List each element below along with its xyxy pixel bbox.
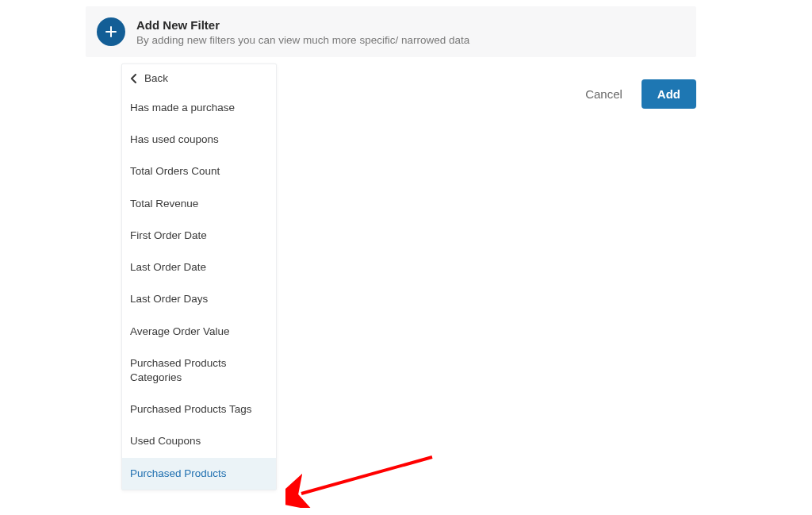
filter-option-has-used-coupons[interactable]: Has used coupons [122, 124, 276, 156]
filter-option-average-order-value[interactable]: Average Order Value [122, 316, 276, 348]
cancel-button[interactable]: Cancel [585, 87, 622, 101]
chevron-left-icon [130, 74, 138, 83]
filter-option-last-order-date[interactable]: Last Order Date [122, 252, 276, 283]
plus-icon [97, 17, 125, 46]
add-button[interactable]: Add [642, 79, 696, 109]
filter-option-purchased-products[interactable]: Purchased Products [122, 458, 276, 490]
header-subtitle: By adding new filters you can view much … [136, 34, 469, 46]
filter-option-used-coupons[interactable]: Used Coupons [122, 425, 276, 457]
add-filter-header: Add New Filter By adding new filters you… [86, 6, 696, 57]
action-bar: Cancel Add [585, 79, 696, 109]
filter-option-purchased-products-categories[interactable]: Purchased Products Categories [122, 348, 276, 394]
filter-option-total-revenue[interactable]: Total Revenue [122, 188, 276, 220]
filter-option-last-order-days[interactable]: Last Order Days [122, 283, 276, 315]
back-label: Back [144, 72, 168, 84]
annotation-arrow-icon [285, 452, 444, 508]
filter-dropdown: Back Has made a purchase Has used coupon… [121, 63, 277, 490]
filter-option-first-order-date[interactable]: First Order Date [122, 220, 276, 252]
header-title: Add New Filter [136, 18, 469, 32]
back-button[interactable]: Back [122, 64, 276, 92]
header-text: Add New Filter By adding new filters you… [136, 18, 469, 46]
filter-option-total-orders-count[interactable]: Total Orders Count [122, 156, 276, 187]
svg-line-0 [301, 457, 432, 494]
filter-option-purchased-products-tags[interactable]: Purchased Products Tags [122, 394, 276, 425]
filter-option-has-made-a-purchase[interactable]: Has made a purchase [122, 92, 276, 124]
